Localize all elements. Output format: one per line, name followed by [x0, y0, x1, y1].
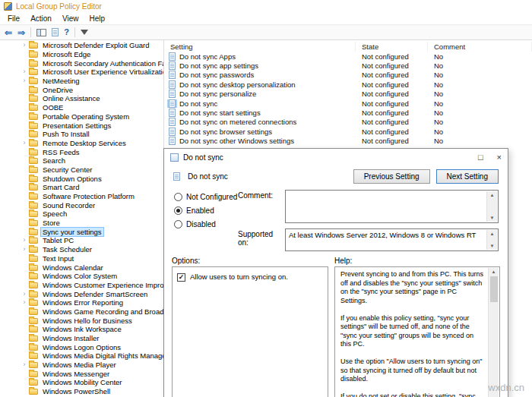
forward-icon[interactable]: ⇒ — [17, 28, 25, 37]
policy-setting-icon — [169, 90, 176, 98]
tree-item[interactable]: Windows Messenger — [0, 369, 163, 378]
tree-item[interactable]: ›NetMeeting — [0, 77, 163, 86]
policy-setting-icon — [169, 52, 176, 61]
tree-item[interactable]: Microsoft Edge — [0, 50, 163, 59]
setting-row[interactable]: Do not sync browser settingsNot configur… — [164, 127, 532, 136]
tree-item[interactable]: Windows PowerShell — [0, 387, 163, 396]
tree-item[interactable]: ›Windows Error Reporting — [0, 298, 163, 307]
setting-row[interactable]: Do not sync desktop personalizationNot c… — [164, 80, 532, 89]
tree-item[interactable]: ›Windows Media Player — [0, 361, 163, 370]
tree-item[interactable]: Windows Color System — [0, 272, 163, 281]
tree-item[interactable]: ›Microsoft Defender Exploit Guard — [0, 41, 163, 50]
menu-action[interactable]: Action — [25, 14, 57, 23]
expand-chevron-icon[interactable]: › — [21, 237, 28, 244]
tree-item[interactable]: Online Assistance — [0, 94, 163, 103]
supported-on-field[interactable]: At least Windows Server 2012, Windows 8 … — [285, 228, 499, 251]
tree-item[interactable]: Shutdown Options — [0, 174, 163, 183]
next-setting-button[interactable]: Next Setting — [436, 169, 499, 184]
tree-item[interactable]: Microsoft Secondary Authentication Fa — [0, 58, 163, 68]
radio-enabled[interactable]: Enabled — [174, 206, 238, 215]
policy-setting-icon — [169, 118, 176, 126]
tree-item-label: OOBE — [41, 103, 65, 112]
setting-row[interactable]: Do not sync AppsNot configuredNo — [164, 52, 532, 61]
tree-item[interactable]: ›Tablet PC — [0, 236, 163, 245]
tree-item[interactable]: OOBE — [0, 103, 163, 112]
menu-help[interactable]: Help — [84, 14, 110, 23]
state-radio-group: Not Configured Enabled Disabled — [174, 190, 238, 251]
tree-item[interactable]: Windows Media Digital Rights Manager — [0, 351, 163, 361]
setting-row[interactable]: Do not sync passwordsNot configuredNo — [164, 71, 532, 80]
tree-item[interactable]: Store — [0, 219, 163, 228]
tree-item-label: Smart Card — [41, 183, 81, 191]
setting-row[interactable]: Do not sync on metered connectionsNot co… — [164, 118, 532, 127]
column-header-setting[interactable]: Setting — [164, 42, 356, 52]
help-icon[interactable]: ? — [64, 28, 69, 36]
expand-chevron-icon[interactable]: › — [21, 77, 28, 84]
tree-item[interactable]: Speech — [0, 210, 163, 219]
expand-chevron-icon[interactable]: › — [21, 246, 28, 253]
tree-item[interactable]: Windows Logon Options — [0, 342, 163, 351]
export-list-icon[interactable] — [52, 28, 59, 36]
help-scrollbar[interactable]: ▲▼ — [488, 268, 499, 397]
menu-file[interactable]: File — [2, 14, 25, 23]
tree-item[interactable]: Sync your settings — [0, 227, 163, 236]
expand-chevron-icon[interactable]: › — [21, 291, 28, 298]
column-header-state[interactable]: State — [356, 42, 428, 52]
column-header-comment[interactable]: Comment — [428, 42, 532, 52]
setting-row[interactable]: Do not sync other Windows settingsNot co… — [164, 137, 532, 146]
tree-item[interactable]: Presentation Settings — [0, 121, 163, 130]
comment-input[interactable]: ▲▼ — [285, 190, 499, 223]
radio-disabled[interactable]: Disabled — [174, 220, 238, 228]
expand-chevron-icon[interactable]: › — [21, 299, 28, 306]
tree-item[interactable]: Windows Ink Workspace — [0, 325, 163, 334]
tree-item-label: Task Scheduler — [41, 245, 93, 254]
tree-item[interactable]: ›Remote Desktop Services — [0, 139, 163, 148]
close-icon[interactable]: × — [497, 153, 502, 162]
comment-scrollbar[interactable]: ▲▼ — [486, 191, 497, 222]
tree-item[interactable]: Windows Calendar — [0, 263, 163, 272]
tree-item[interactable]: Portable Operating System — [0, 112, 163, 121]
previous-setting-button[interactable]: Previous Setting — [353, 169, 430, 184]
tree-item[interactable]: OneDrive — [0, 85, 163, 94]
back-icon[interactable]: ⇐ — [5, 28, 12, 37]
radio-label: Not Configured — [186, 193, 237, 201]
setting-state: Not configured — [356, 52, 428, 61]
menu-view[interactable]: View — [57, 14, 84, 23]
filter-icon[interactable] — [81, 30, 88, 35]
setting-row[interactable]: Do not sync start settingsNot configured… — [164, 108, 532, 117]
tree-item[interactable]: Smart Card — [0, 183, 163, 192]
tree-item[interactable]: Windows Hello for Business — [0, 316, 163, 325]
tree-item-label: Presentation Settings — [41, 121, 112, 130]
setting-row[interactable]: Do not sync personalizeNot configuredNo — [164, 90, 532, 99]
radio-not-configured[interactable]: Not Configured — [174, 193, 238, 201]
setting-row[interactable]: Do not syncNot configuredNo — [164, 99, 532, 108]
maximize-icon[interactable]: □ — [478, 153, 483, 162]
tree-item[interactable]: RSS Feeds — [0, 147, 163, 156]
tree-item[interactable]: Sound Recorder — [0, 200, 163, 210]
tree-item[interactable]: ›Windows Defender SmartScreen — [0, 289, 163, 298]
supported-scrollbar[interactable]: ▲▼ — [486, 230, 497, 250]
allow-sync-checkbox[interactable]: Allow users to turn syncing on. — [177, 273, 323, 282]
tree-item[interactable]: Search — [0, 156, 163, 165]
tree-item[interactable]: ›Task Scheduler — [0, 245, 163, 254]
expand-chevron-icon[interactable]: › — [21, 361, 28, 368]
setting-state: Not configured — [356, 90, 428, 98]
expand-chevron-icon[interactable]: › — [21, 42, 28, 49]
tree-item[interactable]: Windows Mobility Center — [0, 378, 163, 387]
show-console-tree-icon[interactable] — [36, 29, 46, 36]
expand-chevron-icon[interactable]: › — [21, 140, 28, 147]
setting-row[interactable]: Do not sync app settingsNot configuredNo — [164, 61, 532, 70]
tree-item[interactable]: Software Protection Platform — [0, 192, 163, 201]
tree-item[interactable]: Windows Customer Experience Improv — [0, 281, 163, 290]
help-panel: Prevent syncing to and from this PC. Thi… — [334, 266, 500, 397]
expand-chevron-icon[interactable]: › — [21, 68, 28, 75]
folder-icon — [29, 265, 38, 271]
tree-item-label: Windows Ink Workspace — [41, 325, 123, 333]
tree-item[interactable]: Security Center — [0, 165, 163, 175]
setting-name: Do not sync passwords — [179, 71, 254, 79]
tree-item[interactable]: Windows Game Recording and Broadca — [0, 307, 163, 317]
tree-item[interactable]: Push To Install — [0, 130, 163, 139]
tree-item[interactable]: ›Microsoft User Experience Virtualizatio — [0, 68, 163, 77]
tree-item[interactable]: Windows Installer — [0, 334, 163, 343]
tree-item[interactable]: Text Input — [0, 254, 163, 263]
